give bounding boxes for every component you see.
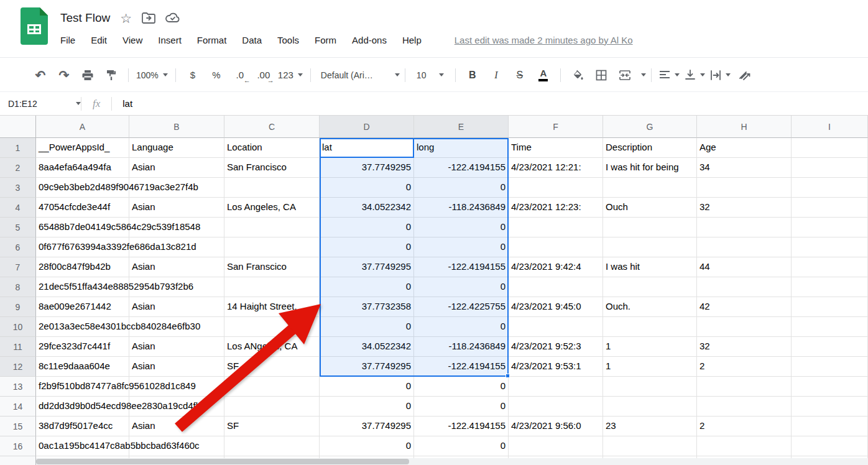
row-header-12[interactable]: 12: [0, 357, 36, 377]
cell-G6[interactable]: [603, 237, 697, 257]
last-edit-link[interactable]: Last edit was made 2 minutes ago by Al K…: [455, 35, 633, 45]
redo-button[interactable]: ↷: [55, 66, 73, 85]
column-header-f[interactable]: F: [509, 116, 603, 138]
cell-D12[interactable]: 37.7749295: [320, 357, 414, 377]
fill-color-button[interactable]: [568, 66, 587, 85]
document-title[interactable]: Test Flow: [60, 11, 110, 25]
cell-G7[interactable]: I was hit: [603, 257, 697, 277]
cell-F2[interactable]: 4/23/2021 12:21:: [509, 158, 603, 178]
name-box[interactable]: D1:E12: [0, 92, 81, 115]
horizontal-scrollbar[interactable]: [36, 458, 868, 465]
cell-C16[interactable]: [224, 436, 320, 456]
cell-A6[interactable]: 0f677f6763994a3392fe686da13c821d: [36, 237, 129, 257]
menu-tools[interactable]: Tools: [277, 35, 299, 45]
cell-C8[interactable]: [224, 277, 320, 297]
row-header-16[interactable]: 16: [0, 436, 36, 456]
cell-E16[interactable]: 0: [414, 436, 509, 456]
selection-fill-handle[interactable]: [506, 374, 510, 378]
cell-C14[interactable]: [224, 397, 320, 417]
row-header-2[interactable]: 2: [0, 158, 36, 178]
column-header-e[interactable]: E: [414, 116, 509, 138]
cell-H1[interactable]: Age: [697, 138, 792, 158]
cell-F5[interactable]: [509, 218, 603, 237]
row-header-9[interactable]: 9: [0, 297, 36, 317]
cell-G12[interactable]: 1: [603, 357, 697, 377]
cell-A5[interactable]: 65488b7de04149c5864c29c539f18548: [36, 218, 129, 237]
cell-E7[interactable]: -122.4194155: [414, 257, 509, 277]
cell-G4[interactable]: Ouch: [603, 198, 697, 218]
chevron-down-icon[interactable]: [641, 73, 646, 76]
cell-D15[interactable]: 37.7749295: [320, 417, 414, 436]
cell-H4[interactable]: 32: [697, 198, 792, 218]
decrease-decimals-button[interactable]: .0←: [231, 66, 249, 85]
cell-I14[interactable]: [792, 397, 868, 417]
row-header-3[interactable]: 3: [0, 178, 36, 198]
increase-decimals-button[interactable]: .00→: [254, 66, 273, 85]
horizontal-scrollbar-thumb[interactable]: [36, 459, 409, 464]
cell-H13[interactable]: [697, 377, 792, 397]
cell-G10[interactable]: [603, 317, 697, 337]
cell-I8[interactable]: [792, 277, 868, 297]
cell-D7[interactable]: 37.7749295: [320, 257, 414, 277]
cell-I6[interactable]: [792, 237, 868, 257]
cell-H11[interactable]: 32: [697, 337, 792, 357]
cell-A4[interactable]: 47054cfcde3e44f: [36, 198, 129, 218]
cell-E12[interactable]: -122.4194155: [414, 357, 509, 377]
row-header-5[interactable]: 5: [0, 218, 36, 237]
cell-B11[interactable]: Asian: [129, 337, 224, 357]
cell-I10[interactable]: [792, 317, 868, 337]
cell-A15[interactable]: 38d7d9f5017e4cc: [36, 417, 129, 436]
menu-file[interactable]: File: [60, 35, 75, 45]
cell-H10[interactable]: [697, 317, 792, 337]
menu-format[interactable]: Format: [197, 35, 227, 45]
cell-E1[interactable]: long: [414, 138, 509, 158]
cell-A16[interactable]: 0ac1a195bc4147c8ab5bbcbad63f460c: [36, 436, 129, 456]
cell-H8[interactable]: [697, 277, 792, 297]
select-all-corner[interactable]: [0, 116, 36, 138]
cell-C4[interactable]: Los Angeles, CA: [224, 198, 320, 218]
menu-data[interactable]: Data: [242, 35, 262, 45]
cloud-saved-icon[interactable]: [165, 12, 180, 24]
cell-G5[interactable]: [603, 218, 697, 237]
cell-G3[interactable]: [603, 178, 697, 198]
column-header-d[interactable]: D: [320, 116, 414, 138]
font-select[interactable]: Default (Ari…: [318, 66, 388, 85]
cell-B7[interactable]: Asian: [129, 257, 224, 277]
cell-D13[interactable]: 0: [320, 377, 414, 397]
cell-C6[interactable]: [224, 237, 320, 257]
cell-F7[interactable]: 4/23/2021 9:42:4: [509, 257, 603, 277]
text-rotation-button[interactable]: [736, 66, 754, 85]
cell-A11[interactable]: 29fce323d7c441f: [36, 337, 129, 357]
more-formats-button[interactable]: 123: [278, 66, 303, 85]
cell-H12[interactable]: 2: [697, 357, 792, 377]
cell-I9[interactable]: [792, 297, 868, 317]
cell-B1[interactable]: Language: [129, 138, 224, 158]
cell-E6[interactable]: 0: [414, 237, 509, 257]
cell-A3[interactable]: 09c9eb3beb2d489f9046719ac3e27f4b: [36, 178, 129, 198]
cell-A13[interactable]: f2b9f510bd87477a8fc9561028d1c849: [36, 377, 129, 397]
cell-F3[interactable]: [509, 178, 603, 198]
cell-I11[interactable]: [792, 337, 868, 357]
cell-F15[interactable]: 4/23/2021 9:56:0: [509, 417, 603, 436]
cell-D6[interactable]: 0: [320, 237, 414, 257]
cell-C7[interactable]: San Franscico: [224, 257, 320, 277]
cell-E14[interactable]: 0: [414, 397, 509, 417]
cell-H3[interactable]: [697, 178, 792, 198]
cell-B12[interactable]: Asian: [129, 357, 224, 377]
cell-D11[interactable]: 34.0522342: [320, 337, 414, 357]
cell-E4[interactable]: -118.2436849: [414, 198, 509, 218]
row-header-4[interactable]: 4: [0, 198, 36, 218]
row-header-8[interactable]: 8: [0, 277, 36, 297]
cell-D1[interactable]: lat: [320, 138, 414, 158]
cell-G15[interactable]: 23: [603, 417, 697, 436]
cell-C5[interactable]: [224, 218, 320, 237]
cell-F16[interactable]: [509, 436, 603, 456]
cell-H16[interactable]: [697, 436, 792, 456]
cell-I2[interactable]: [792, 158, 868, 178]
cell-E11[interactable]: -118.2436849: [414, 337, 509, 357]
text-color-button[interactable]: A: [534, 66, 553, 85]
cell-B4[interactable]: Asian: [129, 198, 224, 218]
cell-A9[interactable]: 8ae009e2671442: [36, 297, 129, 317]
cell-C11[interactable]: Los ANgeles, CA: [224, 337, 320, 357]
cell-F1[interactable]: Time: [509, 138, 603, 158]
